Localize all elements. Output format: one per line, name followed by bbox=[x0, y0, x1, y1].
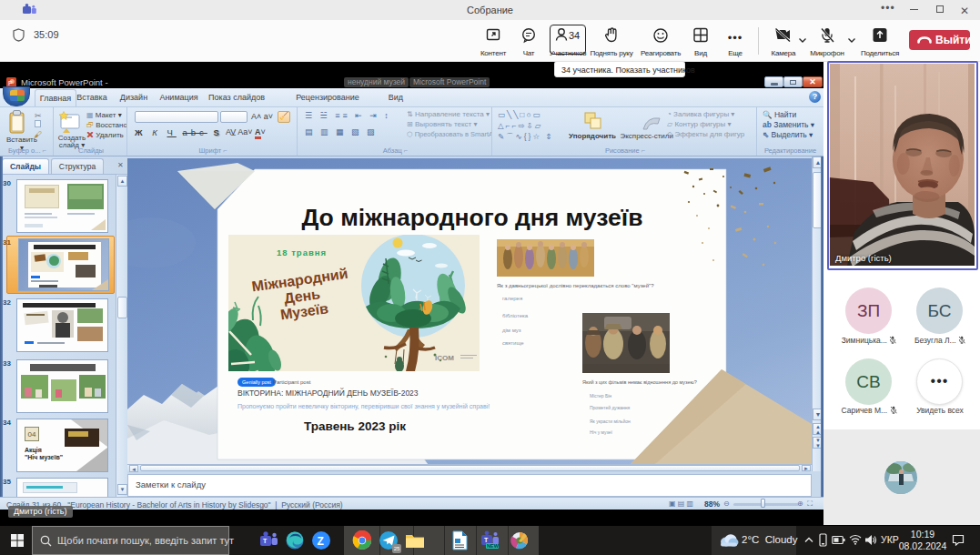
svg-text:Z: Z bbox=[318, 535, 324, 548]
svg-text:T: T bbox=[484, 537, 489, 543]
svg-text:T: T bbox=[263, 538, 268, 544]
svg-text:NEW: NEW bbox=[487, 543, 500, 549]
svg-text:ICOM: ICOM bbox=[435, 354, 454, 362]
svg-text:P: P bbox=[8, 80, 13, 86]
